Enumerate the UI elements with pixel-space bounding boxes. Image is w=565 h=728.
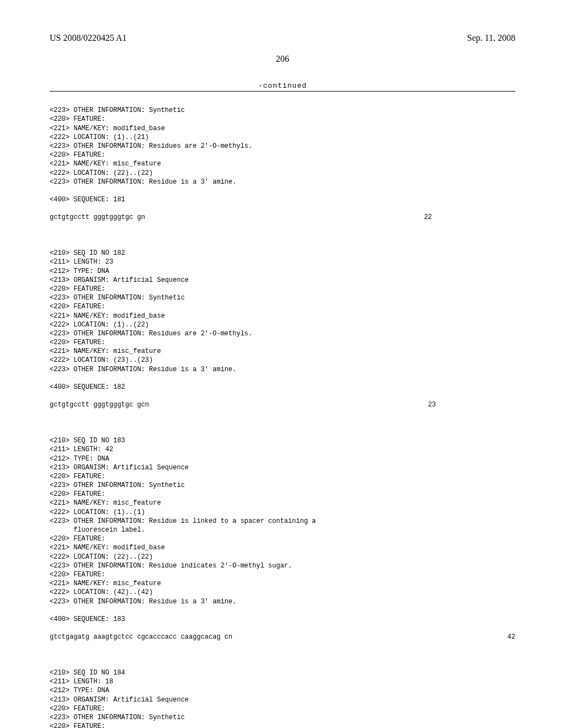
listing-line: <211> LENGTH: 42	[50, 446, 113, 453]
listing-line: <210> SEQ ID NO 184	[50, 669, 125, 677]
listing-line: <222> LOCATION: (1)..(22)	[50, 321, 149, 329]
listing-line: <220> FEATURE:	[50, 535, 105, 543]
page-header: US 2008/0220425 A1 Sep. 11, 2008	[50, 33, 515, 43]
listing-line: <212> TYPE: DNA	[50, 455, 109, 463]
listing-line: <222> LOCATION: (42)..(42)	[50, 588, 153, 596]
listing-line: <221> NAME/KEY: misc_feature	[50, 580, 161, 587]
listing-line: <211> LENGTH: 23	[50, 258, 113, 266]
listing-line: <211> LENGTH: 18	[50, 678, 113, 686]
listing-line: <223> OTHER INFORMATION: Residue is a 3'…	[50, 598, 236, 606]
sequence-listing: <223> OTHER INFORMATION: Synthetic <220>…	[50, 97, 515, 728]
listing-line: <221> NAME/KEY: modified_base	[50, 125, 165, 132]
listing-line: <220> FEATURE:	[50, 303, 105, 311]
listing-line: <222> LOCATION: (22)..(22)	[50, 553, 153, 561]
listing-line: <223> OTHER INFORMATION: Residue is a 3'…	[50, 178, 236, 186]
listing-line: <223> OTHER INFORMATION: Residues are 2'…	[50, 330, 252, 338]
listing-line: <220> FEATURE:	[50, 705, 105, 713]
listing-line: <221> NAME/KEY: misc_feature	[50, 499, 161, 507]
listing-line: <223> OTHER INFORMATION: Synthetic	[50, 294, 185, 302]
listing-line: <220> FEATURE:	[50, 490, 105, 498]
listing-line: <221> NAME/KEY: misc_feature	[50, 160, 161, 168]
listing-line: <220> FEATURE:	[50, 339, 105, 346]
sequence-row: gtctgagatg aaagtgctcc cgcacccacc caaggca…	[50, 633, 515, 641]
patent-page: US 2008/0220425 A1 Sep. 11, 2008 206 -co…	[0, 0, 565, 728]
horizontal-rule	[50, 91, 515, 92]
page-number: 206	[50, 54, 515, 64]
listing-line: <221> NAME/KEY: misc_feature	[50, 347, 161, 355]
sequence-label: <400> SEQUENCE: 181	[50, 196, 125, 204]
listing-line: <223> OTHER INFORMATION: Residues are 2'…	[50, 142, 252, 150]
listing-line: <222> LOCATION: (1)..(21)	[50, 133, 149, 141]
sequence-label: <400> SEQUENCE: 183	[50, 615, 125, 623]
sequence-length: 23	[149, 400, 436, 409]
sequence-label: <400> SEQUENCE: 182	[50, 383, 125, 391]
continued-label: -continued	[50, 82, 515, 90]
listing-line: <210> SEQ ID NO 182	[50, 249, 125, 257]
listing-line: <223> OTHER INFORMATION: Residue indicat…	[50, 562, 292, 570]
listing-line: <220> FEATURE:	[50, 722, 105, 728]
listing-line: <222> LOCATION: (22)..(22)	[50, 169, 153, 177]
sequence-row: gctgtgcctt gggtgggtgc gcn23	[50, 400, 515, 409]
listing-line: <220> FEATURE:	[50, 151, 105, 159]
listing-line: <220> FEATURE:	[50, 115, 105, 123]
listing-line: <223> OTHER INFORMATION: Residue is link…	[50, 517, 316, 525]
listing-line: <222> LOCATION: (23)..(23)	[50, 356, 153, 364]
sequence-length: 42	[232, 633, 515, 641]
listing-line: <220> FEATURE:	[50, 285, 105, 293]
listing-line: <213> ORGANISM: Artificial Sequence	[50, 276, 189, 284]
listing-line: <212> TYPE: DNA	[50, 687, 109, 694]
listing-line: <223> OTHER INFORMATION: Synthetic	[50, 481, 185, 489]
listing-line: <220> FEATURE:	[50, 473, 105, 480]
listing-line: <213> ORGANISM: Artificial Sequence	[50, 696, 189, 704]
listing-line: <223> OTHER INFORMATION: Residue is a 3'…	[50, 366, 236, 373]
listing-line: <213> ORGANISM: Artificial Sequence	[50, 464, 189, 472]
sequence-text: gctgtgcctt gggtgggtgc gn	[50, 213, 145, 222]
listing-line: <222> LOCATION: (1)..(1)	[50, 508, 145, 516]
listing-line: <210> SEQ ID NO 183	[50, 437, 125, 445]
listing-line: <221> NAME/KEY: modified_base	[50, 312, 165, 320]
sequence-row: gctgtgcctt gggtgggtgc gn22	[50, 213, 515, 222]
listing-line: <223> OTHER INFORMATION: Synthetic	[50, 106, 185, 114]
listing-line: <220> FEATURE:	[50, 571, 105, 579]
listing-line: fluorescein label.	[50, 526, 145, 534]
sequence-text: gtctgagatg aaagtgctcc cgcacccacc caaggca…	[50, 633, 232, 641]
sequence-text: gctgtgcctt gggtgggtgc gcn	[50, 400, 149, 409]
listing-line: <221> NAME/KEY: modified_base	[50, 544, 165, 552]
listing-line: <223> OTHER INFORMATION: Synthetic	[50, 714, 185, 721]
publication-date: Sep. 11, 2008	[467, 33, 515, 43]
sequence-length: 22	[145, 213, 432, 222]
publication-number: US 2008/0220425 A1	[50, 33, 127, 43]
listing-line: <212> TYPE: DNA	[50, 267, 109, 275]
